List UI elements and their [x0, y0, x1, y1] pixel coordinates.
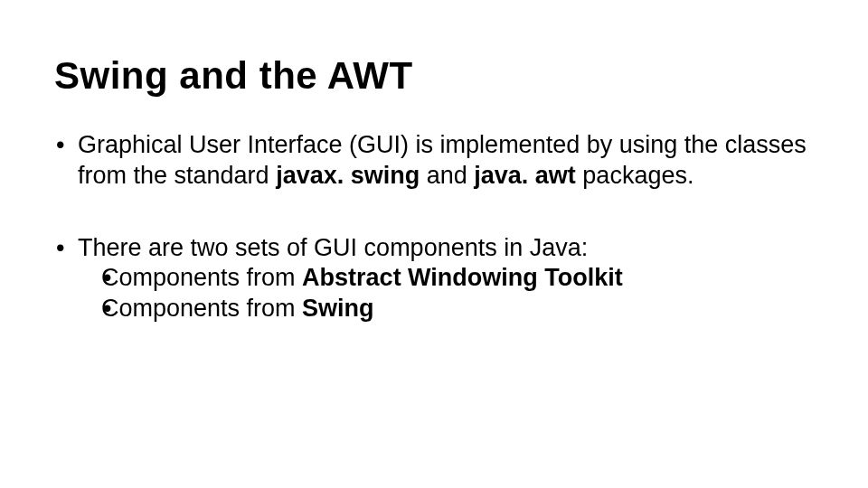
- slide-body: Graphical User Interface (GUI) is implem…: [54, 130, 814, 324]
- bullet-item-2: There are two sets of GUI components in …: [54, 233, 814, 324]
- slide-title: Swing and the AWT: [54, 54, 814, 98]
- text-bold: Abstract Windowing Toolkit: [302, 264, 623, 291]
- text-bold: javax. swing: [276, 162, 427, 189]
- text-run: Components from: [101, 264, 302, 291]
- bullet-item-1: Graphical User Interface (GUI) is implem…: [54, 130, 814, 192]
- text-bold: java. awt: [474, 162, 582, 189]
- text-run: There are two sets of GUI components in …: [78, 234, 588, 261]
- text-run: packages.: [582, 162, 693, 189]
- sub-bullet-item-1: Components from Abstract Windowing Toolk…: [78, 263, 814, 294]
- text-run: and: [427, 162, 475, 189]
- slide: Swing and the AWT Graphical User Interfa…: [0, 0, 868, 488]
- sub-bullet-item-2: Components from Swing: [78, 294, 814, 324]
- text-bold: Swing: [302, 295, 374, 322]
- text-run: Components from: [101, 295, 302, 322]
